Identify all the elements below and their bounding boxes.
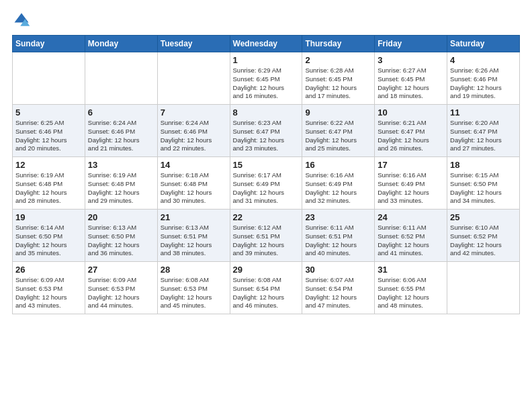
- calendar-cell: 1Sunrise: 6:29 AM Sunset: 6:45 PM Daylig…: [230, 52, 302, 105]
- day-number: 9: [305, 107, 371, 118]
- day-number: 30: [305, 265, 371, 275]
- day-info: Sunrise: 6:09 AM Sunset: 6:53 PM Dayligh…: [15, 276, 82, 310]
- day-info: Sunrise: 6:24 AM Sunset: 6:46 PM Dayligh…: [161, 119, 227, 153]
- calendar-cell: 28Sunrise: 6:08 AM Sunset: 6:53 PM Dayli…: [157, 262, 230, 314]
- day-number: 7: [161, 107, 227, 118]
- weekday-header-tuesday: Tuesday: [157, 36, 230, 52]
- day-number: 29: [233, 265, 300, 275]
- day-number: 21: [161, 212, 227, 222]
- calendar-cell: [157, 52, 230, 105]
- day-info: Sunrise: 6:27 AM Sunset: 6:45 PM Dayligh…: [378, 66, 444, 101]
- weekday-header-thursday: Thursday: [302, 36, 375, 52]
- day-info: Sunrise: 6:12 AM Sunset: 6:51 PM Dayligh…: [233, 224, 300, 258]
- day-number: 6: [88, 107, 154, 118]
- calendar-cell: 10Sunrise: 6:21 AM Sunset: 6:47 PM Dayli…: [375, 105, 447, 157]
- calendar-cell: 9Sunrise: 6:22 AM Sunset: 6:47 PM Daylig…: [302, 105, 375, 157]
- calendar-cell: 2Sunrise: 6:28 AM Sunset: 6:45 PM Daylig…: [302, 52, 375, 105]
- day-number: 20: [88, 212, 154, 222]
- day-number: 24: [378, 212, 444, 222]
- calendar-cell: 3Sunrise: 6:27 AM Sunset: 6:45 PM Daylig…: [375, 52, 447, 105]
- calendar-cell: 22Sunrise: 6:12 AM Sunset: 6:51 PM Dayli…: [230, 210, 302, 262]
- day-info: Sunrise: 6:24 AM Sunset: 6:46 PM Dayligh…: [88, 119, 154, 153]
- calendar-cell: 18Sunrise: 6:15 AM Sunset: 6:50 PM Dayli…: [447, 157, 520, 210]
- week-row-2: 5Sunrise: 6:25 AM Sunset: 6:46 PM Daylig…: [13, 105, 520, 157]
- day-number: 8: [233, 107, 300, 118]
- calendar-cell: [13, 52, 85, 105]
- calendar-cell: 20Sunrise: 6:13 AM Sunset: 6:50 PM Dayli…: [85, 210, 157, 262]
- weekday-header-sunday: Sunday: [13, 36, 85, 52]
- calendar-cell: 30Sunrise: 6:07 AM Sunset: 6:54 PM Dayli…: [302, 262, 375, 314]
- calendar-cell: 13Sunrise: 6:19 AM Sunset: 6:48 PM Dayli…: [85, 157, 157, 210]
- day-number: 3: [378, 55, 444, 65]
- page: SundayMondayTuesdayWednesdayThursdayFrid…: [0, 0, 532, 411]
- calendar-cell: 17Sunrise: 6:16 AM Sunset: 6:49 PM Dayli…: [375, 157, 447, 210]
- week-row-3: 12Sunrise: 6:19 AM Sunset: 6:48 PM Dayli…: [13, 157, 520, 210]
- day-number: 2: [305, 55, 371, 65]
- weekday-header-row: SundayMondayTuesdayWednesdayThursdayFrid…: [13, 36, 520, 52]
- day-info: Sunrise: 6:09 AM Sunset: 6:53 PM Dayligh…: [88, 276, 154, 310]
- calendar-cell: 25Sunrise: 6:10 AM Sunset: 6:52 PM Dayli…: [447, 210, 520, 262]
- day-info: Sunrise: 6:10 AM Sunset: 6:52 PM Dayligh…: [450, 224, 517, 258]
- logo: [12, 11, 34, 30]
- calendar-cell: 4Sunrise: 6:26 AM Sunset: 6:46 PM Daylig…: [447, 52, 520, 105]
- weekday-header-monday: Monday: [85, 36, 157, 52]
- header: [12, 11, 520, 30]
- day-info: Sunrise: 6:17 AM Sunset: 6:49 PM Dayligh…: [233, 171, 300, 205]
- calendar-cell: 11Sunrise: 6:20 AM Sunset: 6:47 PM Dayli…: [447, 105, 520, 157]
- calendar-cell: 23Sunrise: 6:11 AM Sunset: 6:51 PM Dayli…: [302, 210, 375, 262]
- weekday-header-friday: Friday: [375, 36, 447, 52]
- calendar-cell: 27Sunrise: 6:09 AM Sunset: 6:53 PM Dayli…: [85, 262, 157, 314]
- day-number: 13: [88, 160, 154, 170]
- day-number: 15: [233, 160, 300, 170]
- day-number: 16: [305, 160, 371, 170]
- calendar-cell: 19Sunrise: 6:14 AM Sunset: 6:50 PM Dayli…: [13, 210, 85, 262]
- calendar-cell: 6Sunrise: 6:24 AM Sunset: 6:46 PM Daylig…: [85, 105, 157, 157]
- day-number: 12: [15, 160, 82, 170]
- day-info: Sunrise: 6:28 AM Sunset: 6:45 PM Dayligh…: [305, 66, 371, 101]
- calendar-cell: 14Sunrise: 6:18 AM Sunset: 6:48 PM Dayli…: [157, 157, 230, 210]
- day-info: Sunrise: 6:20 AM Sunset: 6:47 PM Dayligh…: [450, 119, 517, 153]
- day-info: Sunrise: 6:08 AM Sunset: 6:54 PM Dayligh…: [233, 276, 300, 310]
- calendar-cell: 29Sunrise: 6:08 AM Sunset: 6:54 PM Dayli…: [230, 262, 302, 314]
- calendar-cell: 26Sunrise: 6:09 AM Sunset: 6:53 PM Dayli…: [13, 262, 85, 314]
- day-number: 18: [450, 160, 517, 170]
- day-number: 14: [161, 160, 227, 170]
- day-info: Sunrise: 6:13 AM Sunset: 6:51 PM Dayligh…: [161, 224, 227, 258]
- day-number: 11: [450, 107, 517, 118]
- day-info: Sunrise: 6:14 AM Sunset: 6:50 PM Dayligh…: [15, 224, 82, 258]
- calendar-cell: [85, 52, 157, 105]
- day-number: 19: [15, 212, 82, 222]
- day-info: Sunrise: 6:08 AM Sunset: 6:53 PM Dayligh…: [161, 276, 227, 310]
- day-info: Sunrise: 6:13 AM Sunset: 6:50 PM Dayligh…: [88, 224, 154, 258]
- day-info: Sunrise: 6:23 AM Sunset: 6:47 PM Dayligh…: [233, 119, 300, 153]
- weekday-header-saturday: Saturday: [447, 36, 520, 52]
- day-number: 26: [15, 265, 82, 275]
- calendar-cell: 7Sunrise: 6:24 AM Sunset: 6:46 PM Daylig…: [157, 105, 230, 157]
- day-info: Sunrise: 6:19 AM Sunset: 6:48 PM Dayligh…: [15, 171, 82, 205]
- day-info: Sunrise: 6:06 AM Sunset: 6:55 PM Dayligh…: [378, 276, 444, 310]
- calendar-cell: [447, 262, 520, 314]
- day-info: Sunrise: 6:18 AM Sunset: 6:48 PM Dayligh…: [161, 171, 227, 205]
- calendar-cell: 31Sunrise: 6:06 AM Sunset: 6:55 PM Dayli…: [375, 262, 447, 314]
- day-info: Sunrise: 6:16 AM Sunset: 6:49 PM Dayligh…: [378, 171, 444, 205]
- day-number: 27: [88, 265, 154, 275]
- day-number: 10: [378, 107, 444, 118]
- day-info: Sunrise: 6:11 AM Sunset: 6:52 PM Dayligh…: [378, 224, 444, 258]
- day-number: 28: [161, 265, 227, 275]
- calendar-cell: 12Sunrise: 6:19 AM Sunset: 6:48 PM Dayli…: [13, 157, 85, 210]
- day-number: 31: [378, 265, 444, 275]
- calendar-cell: 21Sunrise: 6:13 AM Sunset: 6:51 PM Dayli…: [157, 210, 230, 262]
- day-info: Sunrise: 6:29 AM Sunset: 6:45 PM Dayligh…: [233, 66, 300, 101]
- day-number: 5: [15, 107, 82, 118]
- day-info: Sunrise: 6:11 AM Sunset: 6:51 PM Dayligh…: [305, 224, 371, 258]
- week-row-4: 19Sunrise: 6:14 AM Sunset: 6:50 PM Dayli…: [13, 210, 520, 262]
- day-info: Sunrise: 6:19 AM Sunset: 6:48 PM Dayligh…: [88, 171, 154, 205]
- calendar-cell: 8Sunrise: 6:23 AM Sunset: 6:47 PM Daylig…: [230, 105, 302, 157]
- calendar-cell: 5Sunrise: 6:25 AM Sunset: 6:46 PM Daylig…: [13, 105, 85, 157]
- day-number: 4: [450, 55, 517, 65]
- calendar-cell: 24Sunrise: 6:11 AM Sunset: 6:52 PM Dayli…: [375, 210, 447, 262]
- day-info: Sunrise: 6:25 AM Sunset: 6:46 PM Dayligh…: [15, 119, 82, 153]
- day-info: Sunrise: 6:07 AM Sunset: 6:54 PM Dayligh…: [305, 276, 371, 310]
- calendar-table: SundayMondayTuesdayWednesdayThursdayFrid…: [12, 35, 520, 314]
- day-number: 17: [378, 160, 444, 170]
